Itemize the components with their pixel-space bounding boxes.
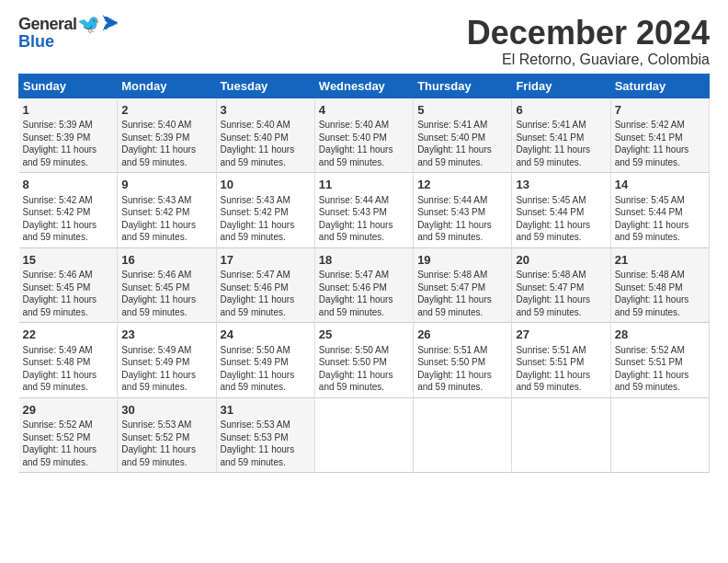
day-number: 27 (516, 327, 606, 343)
sunrise: Sunrise: 5:50 AM (319, 345, 389, 355)
calendar-cell-w4-d4: 25 Sunrise: 5:50 AM Sunset: 5:50 PM Dayl… (314, 323, 413, 398)
sunrise: Sunrise: 5:48 AM (417, 270, 487, 280)
sunset: Sunset: 5:50 PM (417, 357, 485, 367)
daylight: Daylight: 11 hours and 59 minutes. (319, 220, 393, 243)
day-number: 28 (615, 327, 705, 343)
sunset: Sunset: 5:45 PM (23, 282, 91, 293)
daylight: Daylight: 11 hours and 59 minutes. (615, 294, 689, 317)
sunrise: Sunrise: 5:52 AM (615, 345, 685, 355)
day-number: 19 (417, 252, 507, 269)
sunset: Sunset: 5:51 PM (516, 357, 584, 367)
sunrise: Sunrise: 5:45 AM (615, 195, 685, 205)
calendar-cell-w5-d4 (314, 397, 413, 473)
calendar-cell-w5-d5 (414, 397, 512, 473)
day-number: 29 (23, 402, 114, 419)
day-number: 10 (221, 177, 311, 193)
daylight: Daylight: 11 hours and 59 minutes. (221, 294, 295, 317)
sunrise: Sunrise: 5:50 AM (221, 345, 290, 355)
calendar-table: Sunday Monday Tuesday Wednesday Thursday… (18, 74, 710, 474)
daylight: Daylight: 11 hours and 59 minutes. (516, 370, 590, 393)
calendar-header-row: Sunday Monday Tuesday Wednesday Thursday… (19, 74, 710, 98)
daylight: Daylight: 11 hours and 59 minutes. (121, 444, 196, 467)
day-number: 31 (221, 402, 311, 419)
sunset: Sunset: 5:40 PM (319, 132, 387, 143)
sunrise: Sunrise: 5:41 AM (516, 120, 586, 130)
daylight: Daylight: 11 hours and 59 minutes. (23, 444, 97, 467)
calendar-cell-w5-d3: 31 Sunrise: 5:53 AM Sunset: 5:53 PM Dayl… (216, 397, 314, 473)
daylight: Daylight: 11 hours and 59 minutes. (121, 144, 196, 167)
header-thursday: Thursday (414, 74, 512, 98)
sunset: Sunset: 5:42 PM (121, 207, 189, 217)
daylight: Daylight: 11 hours and 59 minutes. (221, 220, 295, 243)
calendar-cell-w5-d1: 29 Sunrise: 5:52 AM Sunset: 5:52 PM Dayl… (19, 397, 118, 473)
header-saturday: Saturday (610, 74, 709, 98)
sunset: Sunset: 5:41 PM (516, 132, 584, 143)
calendar-cell-w4-d3: 24 Sunrise: 5:50 AM Sunset: 5:49 PM Dayl… (216, 323, 314, 398)
calendar-cell-w3-d4: 18 Sunrise: 5:47 AM Sunset: 5:46 PM Dayl… (314, 247, 413, 323)
calendar-cell-w5-d2: 30 Sunrise: 5:53 AM Sunset: 5:52 PM Dayl… (118, 397, 216, 473)
sunrise: Sunrise: 5:43 AM (121, 195, 191, 205)
daylight: Daylight: 11 hours and 59 minutes. (221, 444, 295, 467)
sunrise: Sunrise: 5:47 AM (319, 270, 389, 280)
calendar-cell-w1-d6: 6 Sunrise: 5:41 AM Sunset: 5:41 PM Dayli… (512, 98, 610, 173)
calendar-cell-w3-d7: 21 Sunrise: 5:48 AM Sunset: 5:48 PM Dayl… (610, 247, 709, 323)
header-tuesday: Tuesday (216, 74, 314, 98)
daylight: Daylight: 11 hours and 59 minutes. (121, 220, 196, 243)
sunset: Sunset: 5:42 PM (23, 207, 91, 217)
daylight: Daylight: 11 hours and 59 minutes. (23, 220, 97, 243)
calendar-cell-w3-d2: 16 Sunrise: 5:46 AM Sunset: 5:45 PM Dayl… (118, 247, 216, 323)
sunrise: Sunrise: 5:42 AM (615, 120, 685, 130)
daylight: Daylight: 11 hours and 59 minutes. (319, 144, 393, 167)
calendar-cell-w1-d3: 3 Sunrise: 5:40 AM Sunset: 5:40 PM Dayli… (216, 98, 314, 173)
day-number: 4 (319, 102, 409, 119)
daylight: Daylight: 11 hours and 59 minutes. (615, 144, 689, 167)
calendar-cell-w1-d2: 2 Sunrise: 5:40 AM Sunset: 5:39 PM Dayli… (118, 98, 216, 173)
daylight: Daylight: 11 hours and 59 minutes. (417, 370, 492, 393)
day-number: 1 (23, 102, 114, 119)
calendar-cell-w2-d3: 10 Sunrise: 5:43 AM Sunset: 5:42 PM Dayl… (216, 173, 314, 248)
day-number: 9 (121, 177, 211, 193)
day-number: 18 (319, 252, 409, 269)
day-number: 7 (615, 102, 705, 119)
calendar-week-2: 8 Sunrise: 5:42 AM Sunset: 5:42 PM Dayli… (19, 173, 710, 248)
header: General ⮜🐦 Blue December 2024 El Retorno… (18, 15, 710, 68)
day-number: 8 (23, 177, 114, 193)
sunrise: Sunrise: 5:44 AM (319, 195, 389, 205)
sunset: Sunset: 5:43 PM (319, 207, 387, 217)
day-number: 24 (221, 327, 311, 343)
sunrise: Sunrise: 5:51 AM (516, 345, 586, 355)
daylight: Daylight: 11 hours and 59 minutes. (221, 370, 295, 393)
day-number: 6 (516, 102, 606, 119)
sunrise: Sunrise: 5:48 AM (516, 270, 586, 280)
daylight: Daylight: 11 hours and 59 minutes. (23, 144, 97, 167)
calendar-cell-w2-d2: 9 Sunrise: 5:43 AM Sunset: 5:42 PM Dayli… (118, 173, 216, 248)
sunrise: Sunrise: 5:40 AM (319, 120, 389, 130)
calendar-cell-w2-d1: 8 Sunrise: 5:42 AM Sunset: 5:42 PM Dayli… (19, 173, 118, 248)
sunset: Sunset: 5:49 PM (221, 357, 289, 367)
day-number: 21 (615, 252, 705, 269)
sunrise: Sunrise: 5:46 AM (23, 270, 93, 280)
day-number: 16 (121, 252, 211, 269)
calendar-week-4: 22 Sunrise: 5:49 AM Sunset: 5:48 PM Dayl… (19, 323, 710, 398)
sunrise: Sunrise: 5:47 AM (221, 270, 290, 280)
day-number: 30 (121, 402, 211, 419)
sunset: Sunset: 5:49 PM (121, 357, 189, 367)
sunset: Sunset: 5:41 PM (615, 132, 683, 143)
calendar-cell-w4-d2: 23 Sunrise: 5:49 AM Sunset: 5:49 PM Dayl… (118, 323, 216, 398)
calendar-cell-w2-d6: 13 Sunrise: 5:45 AM Sunset: 5:44 PM Dayl… (512, 173, 610, 248)
sunset: Sunset: 5:40 PM (221, 132, 289, 143)
sunrise: Sunrise: 5:52 AM (23, 419, 93, 430)
day-number: 3 (221, 102, 311, 119)
daylight: Daylight: 11 hours and 59 minutes. (121, 370, 196, 393)
day-number: 15 (23, 252, 114, 269)
day-number: 13 (516, 177, 606, 193)
calendar-title: December 2024 (467, 15, 710, 52)
sunrise: Sunrise: 5:44 AM (417, 195, 487, 205)
daylight: Daylight: 11 hours and 59 minutes. (516, 294, 590, 317)
sunrise: Sunrise: 5:41 AM (417, 120, 487, 130)
sunset: Sunset: 5:40 PM (417, 132, 485, 143)
calendar-cell-w5-d6 (512, 397, 610, 473)
sunrise: Sunrise: 5:42 AM (23, 195, 93, 205)
logo-general-text: General (18, 16, 77, 32)
header-sunday: Sunday (19, 74, 118, 98)
